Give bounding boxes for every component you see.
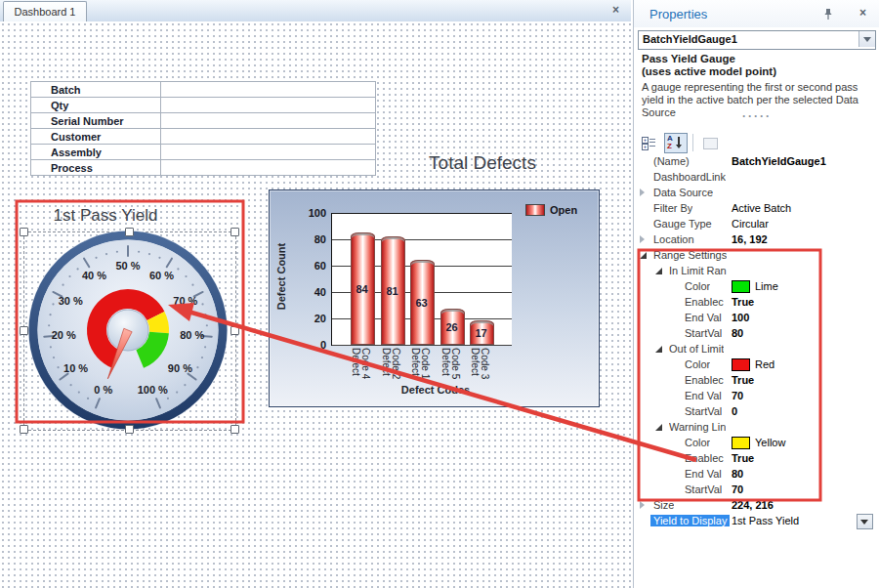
property-label: (Name) — [653, 155, 690, 167]
property-value: Yellow — [755, 437, 785, 448]
table-row-label: Serial Number — [31, 113, 161, 129]
property-label: StartVal — [685, 405, 722, 417]
property-value: Lime — [755, 280, 778, 292]
property-row-dashboardlink[interactable]: DashboardLink — [634, 169, 879, 185]
collapse-icon[interactable] — [655, 268, 662, 274]
property-row-startval[interactable]: StartVal0 — [634, 403, 879, 419]
table-row-label: Assembly — [31, 145, 161, 160]
collapse-icon[interactable] — [655, 346, 662, 353]
table-row-value — [160, 82, 375, 98]
selected-object-name: BatchYieldGauge1 — [643, 33, 737, 45]
pin-icon[interactable] — [823, 8, 833, 21]
property-value: 100 — [732, 312, 749, 323]
collapse-icon[interactable] — [655, 424, 662, 431]
property-row-startval[interactable]: StartVal80 — [634, 325, 879, 341]
property-row-enablec[interactable]: EnablecTrue — [634, 372, 879, 388]
object-type-heading: Pass Yield Gauge — [642, 53, 735, 64]
property-row-size[interactable]: Size224, 216 — [634, 497, 879, 513]
chevron-down-icon — [860, 520, 868, 525]
table-row: Process — [31, 160, 376, 176]
value-dropdown-button[interactable] — [857, 514, 873, 529]
combobox-dropdown-button[interactable] — [858, 31, 875, 47]
defects-bar-chart[interactable]: Defect Count 8481632617 100806040200 Def… — [269, 189, 600, 407]
property-row-filter-by[interactable]: Filter ByActive Batch — [634, 200, 879, 216]
resize-handle[interactable] — [230, 326, 239, 335]
property-row--name-[interactable]: (Name)BatchYieldGauge1 — [634, 153, 879, 169]
property-row-color[interactable]: ColorRed — [634, 357, 879, 372]
property-value: Active Batch — [732, 202, 791, 214]
collapse-icon[interactable] — [640, 252, 647, 259]
property-row-warning-lin[interactable]: Warning Lin — [634, 419, 879, 435]
batch-info-table[interactable]: BatchQtySerial NumberCustomerAssemblyPro… — [30, 81, 376, 176]
expand-icon[interactable] — [640, 501, 645, 509]
property-label: Warning Lin — [669, 421, 726, 433]
x-category-label: DefectCode 5 — [440, 348, 460, 379]
expand-icon[interactable] — [640, 235, 645, 243]
property-value: 16, 192 — [732, 233, 768, 245]
property-label: Enablec — [685, 452, 724, 464]
expand-icon[interactable] — [640, 189, 645, 196]
property-label: Filter By — [653, 202, 692, 214]
legend-swatch-open — [525, 204, 545, 216]
design-canvas[interactable]: BatchQtySerial NumberCustomerAssemblyPro… — [0, 21, 631, 588]
table-row-value — [160, 129, 375, 145]
property-label: Enablec — [685, 374, 724, 386]
property-row-data-source[interactable]: Data Source — [634, 185, 879, 200]
property-row-range-settings[interactable]: Range Settings — [634, 247, 879, 263]
property-row-end-val[interactable]: End Val70 — [634, 388, 879, 403]
property-row-yield-to-display[interactable]: Yield to Display1st Pass Yield — [634, 513, 879, 528]
resize-handle[interactable] — [230, 425, 239, 434]
property-row-end-val[interactable]: End Val80 — [634, 466, 879, 482]
resize-handle[interactable] — [20, 326, 28, 335]
property-value: 80 — [732, 468, 743, 480]
chevron-down-icon — [863, 37, 871, 42]
property-row-out-of-limit[interactable]: Out of Limit — [634, 341, 879, 357]
table-row: Assembly — [31, 145, 376, 160]
splitter-gripper[interactable]: ····· — [634, 109, 879, 123]
y-tick-label: 80 — [293, 233, 326, 245]
alphabetical-sort-button[interactable]: A Z — [664, 133, 688, 153]
color-swatch — [732, 437, 750, 449]
tab-dashboard-1[interactable]: Dashboard 1 — [3, 1, 87, 22]
property-row-in-limit-ran[interactable]: In Limit Ran — [634, 263, 879, 278]
property-row-enablec[interactable]: EnablecTrue — [634, 450, 879, 466]
property-row-color[interactable]: ColorYellow — [634, 435, 879, 450]
property-value: 224, 216 — [732, 499, 774, 511]
svg-text:100 %: 100 % — [138, 384, 168, 396]
property-row-enablec[interactable]: EnablecTrue — [634, 294, 879, 310]
resize-handle[interactable] — [125, 228, 134, 236]
object-selector-combobox[interactable]: BatchYieldGauge1 — [638, 30, 876, 50]
y-axis-title: Defect Count — [275, 228, 287, 325]
property-label: Size — [653, 499, 674, 511]
properties-panel-title: Properties — [649, 7, 707, 21]
svg-text:70 %: 70 % — [173, 295, 197, 307]
resize-handle[interactable] — [125, 425, 134, 434]
property-label: Gauge Type — [653, 218, 712, 230]
property-label: Color — [685, 358, 710, 370]
y-tick-label: 60 — [293, 260, 326, 272]
properties-panel-header: Properties × — [634, 0, 879, 27]
tab-close-icon[interactable]: × — [612, 3, 619, 17]
svg-text:40 %: 40 % — [82, 270, 106, 281]
property-label: Out of Limit — [669, 343, 724, 355]
toolbar-separator — [692, 134, 693, 151]
sort-arrow-icon — [678, 137, 680, 146]
property-label: Color — [685, 437, 710, 448]
property-value: True — [732, 452, 754, 464]
resize-handle[interactable] — [20, 425, 28, 434]
property-row-gauge-type[interactable]: Gauge TypeCircular — [634, 216, 879, 231]
resize-handle[interactable] — [20, 228, 28, 236]
pass-yield-gauge[interactable]: 0 %10 %20 %30 %40 %50 %60 %70 %80 %90 %1… — [21, 223, 235, 438]
property-row-color[interactable]: ColorLime — [634, 278, 879, 294]
property-grid-toolbar: ++ A Z — [638, 132, 722, 153]
property-value: 70 — [732, 483, 743, 495]
property-value: 0 — [732, 405, 737, 417]
property-label: Range Settings — [653, 249, 727, 261]
property-row-end-val[interactable]: End Val100 — [634, 310, 879, 325]
property-row-startval[interactable]: StartVal70 — [634, 482, 879, 497]
resize-handle[interactable] — [230, 228, 239, 236]
categorized-view-button[interactable]: ++ — [638, 133, 661, 153]
property-row-location[interactable]: Location16, 192 — [634, 231, 879, 247]
bar-value-label: 63 — [410, 297, 433, 309]
close-icon[interactable]: × — [859, 6, 866, 20]
